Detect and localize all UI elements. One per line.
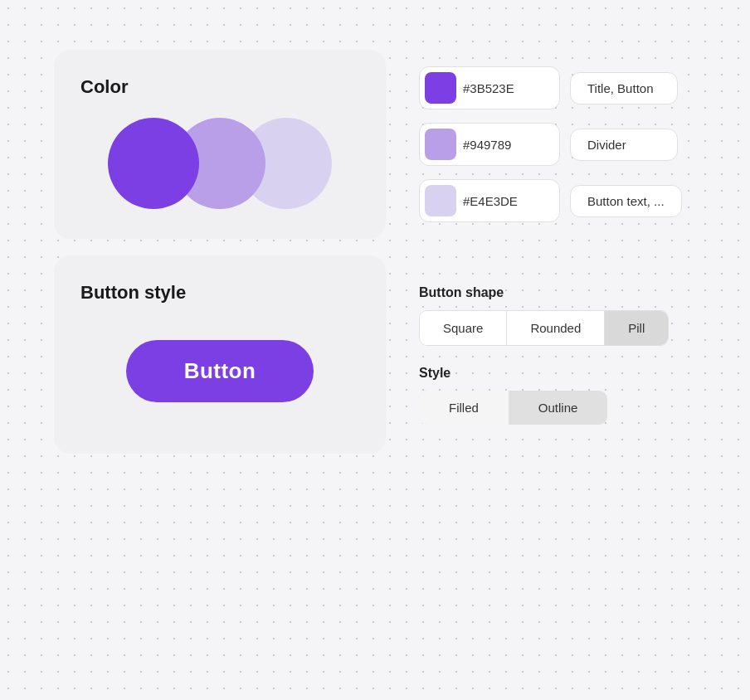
shape-toggle: Square Rounded Pill [419,310,669,346]
color-row-2: #949789 Divider [419,123,750,166]
style-toggle: Filled Outline [419,391,607,425]
dark-color-circle [108,118,199,209]
style-label: Style [419,366,750,381]
color-title: Color [80,76,359,98]
color-chip-light [425,185,456,216]
button-right-panel: Button shape Square Rounded Pill Style F… [386,255,750,454]
button-shape-section: Button shape Square Rounded Pill [419,285,750,346]
preview-button[interactable]: Button [126,340,314,402]
button-left-panel: Button style Button [54,255,386,454]
style-option-outline[interactable]: Outline [509,391,608,425]
color-label-2: Divider [570,129,678,161]
color-chip-dark [425,72,456,104]
shape-option-pill[interactable]: Pill [605,311,668,345]
color-chip-wrapper-3[interactable]: #E4E3DE [419,179,560,222]
color-right-panel: #3B523E Title, Button #949789 Divider #E… [386,50,750,239]
color-chip-mid [425,129,456,160]
color-row-1: #3B523E Title, Button [419,66,750,109]
color-left-panel: Color [54,50,386,239]
color-chip-wrapper-2[interactable]: #949789 [419,123,560,166]
color-label-1: Title, Button [570,72,678,105]
shape-option-rounded[interactable]: Rounded [507,311,605,345]
color-label-3: Button text, ... [570,185,682,217]
color-hex-1: #3B523E [463,81,514,95]
button-style-section: Button style Button Button shape Square … [54,255,750,454]
page-container: Color #3B523E Title, Button #949789 [0,0,750,454]
color-chip-wrapper-1[interactable]: #3B523E [419,66,560,109]
color-row-3: #E4E3DE Button text, ... [419,179,750,222]
button-style-subsection: Style Filled Outline [419,366,750,425]
shape-option-square[interactable]: Square [420,311,507,345]
color-hex-2: #949789 [463,138,511,152]
button-style-title: Button style [80,282,359,304]
color-hex-3: #E4E3DE [463,194,518,208]
style-option-filled[interactable]: Filled [419,391,509,425]
button-preview-area: Button [80,323,359,427]
color-circles [80,118,359,209]
color-section: Color #3B523E Title, Button #949789 [54,50,750,239]
shape-label: Button shape [419,285,750,300]
